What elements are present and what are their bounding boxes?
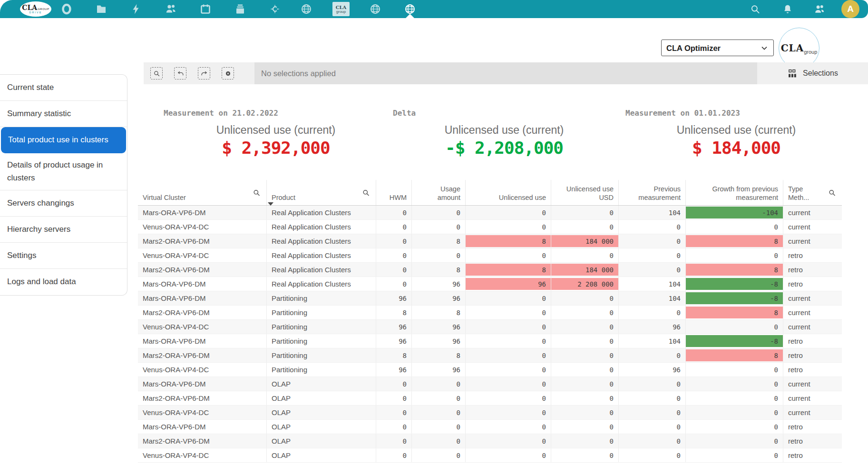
folder-icon[interactable] [96, 3, 107, 15]
cell-prev[interactable]: 0 [619, 348, 686, 362]
compass-icon[interactable] [269, 3, 281, 15]
user-avatar[interactable]: A [841, 0, 859, 18]
cla-group-tile-icon[interactable]: CLAgroup [332, 2, 350, 16]
cell-vc[interactable]: Venus-ORA-VP4-DC [138, 220, 267, 234]
cell-prev[interactable]: 96 [619, 363, 686, 377]
cell-usage[interactable]: 8 [412, 263, 466, 277]
cell-growth[interactable]: -104 [686, 206, 783, 219]
cell-usage[interactable]: 96 [412, 320, 466, 334]
cell-hwm[interactable]: 8 [376, 348, 412, 362]
cell-growth[interactable]: 0 [686, 434, 783, 448]
cell-vc[interactable]: Mars-ORA-VP6-DM [138, 291, 267, 305]
cell-product[interactable]: Real Application Clusters [267, 263, 376, 277]
cell-usage[interactable]: 8 [412, 306, 466, 319]
selection-search-icon[interactable] [150, 67, 163, 79]
cell-product[interactable]: Partitioning [267, 320, 376, 334]
cell-growth[interactable]: 0 [686, 406, 783, 419]
cell-type[interactable]: retro [783, 334, 842, 348]
cell-hwm[interactable]: 8 [376, 306, 412, 319]
cell-prev[interactable]: 104 [619, 206, 686, 219]
sidebar-item[interactable]: Hierarchy servers [0, 217, 127, 243]
cell-unlic[interactable]: 0 [466, 406, 551, 419]
cell-growth[interactable]: 0 [686, 391, 783, 405]
cell-hwm[interactable]: 0 [376, 391, 412, 405]
globe-icon[interactable] [370, 3, 381, 15]
cell-vc[interactable]: Mars2-ORA-VP6-DM [138, 348, 267, 362]
step-forward-icon[interactable] [198, 67, 210, 79]
cell-hwm[interactable]: 0 [376, 448, 412, 462]
cell-prev[interactable]: 0 [619, 220, 686, 234]
column-header-growth[interactable]: Growth from previous measurement [686, 180, 783, 205]
cell-usd[interactable]: 184 000 [551, 263, 619, 277]
kpi-delta[interactable]: Delta Unlicensed use (current) -$ 2,208,… [393, 109, 615, 158]
cell-prev[interactable]: 0 [619, 420, 686, 434]
cell-type[interactable]: retro [783, 248, 842, 262]
cell-growth[interactable]: 0 [686, 220, 783, 234]
selections-button[interactable]: Selections [757, 62, 868, 84]
cell-usage[interactable]: 0 [412, 206, 466, 219]
cell-prev[interactable]: 0 [619, 434, 686, 448]
cell-growth[interactable]: 0 [686, 320, 783, 334]
cell-usage[interactable]: 8 [412, 348, 466, 362]
cell-vc[interactable]: Mars-ORA-VP6-DM [138, 206, 267, 219]
cell-hwm[interactable]: 96 [376, 320, 412, 334]
cell-usd[interactable]: 0 [551, 406, 619, 419]
cell-type[interactable]: current [783, 234, 842, 248]
cell-usage[interactable]: 96 [412, 277, 466, 291]
cell-usd[interactable]: 0 [551, 320, 619, 334]
cell-prev[interactable]: 0 [619, 234, 686, 248]
cell-vc[interactable]: Venus-ORA-VP4-DC [138, 320, 267, 334]
cell-product[interactable]: Real Application Clusters [267, 206, 376, 219]
search-icon[interactable] [750, 4, 761, 15]
cell-product[interactable]: Partitioning [267, 363, 376, 377]
cell-product[interactable]: Partitioning [267, 334, 376, 348]
cell-usage[interactable]: 0 [412, 248, 466, 262]
cell-growth[interactable]: 8 [686, 263, 783, 277]
cell-unlic[interactable]: 96 [466, 277, 551, 291]
cell-type[interactable]: current [783, 291, 842, 305]
cell-usage[interactable]: 0 [412, 391, 466, 405]
sidebar-item[interactable]: Settings [0, 243, 127, 269]
cell-usd[interactable]: 0 [551, 391, 619, 405]
cell-usd[interactable]: 0 [551, 334, 619, 348]
cell-growth[interactable]: 8 [686, 234, 783, 248]
cell-type[interactable]: current [783, 377, 842, 391]
sidebar-item[interactable]: Total product use in clusters [1, 127, 126, 153]
cell-unlic[interactable]: 0 [466, 448, 551, 462]
column-header-type[interactable]: Type Meth... [783, 180, 842, 205]
cell-hwm[interactable]: 96 [376, 334, 412, 348]
kpi-measurement-2022[interactable]: Measurement on 21.02.2022 Unlicensed use… [164, 109, 388, 158]
cell-vc[interactable]: Mars-ORA-VP6-DM [138, 277, 267, 291]
cell-vc[interactable]: Venus-ORA-VP4-DC [138, 448, 267, 462]
column-search-icon[interactable] [253, 188, 261, 197]
kpi-measurement-2023[interactable]: Measurement on 01.01.2023 Unlicensed use… [625, 109, 847, 158]
cell-hwm[interactable]: 0 [376, 220, 412, 234]
cell-unlic[interactable]: 0 [466, 420, 551, 434]
cell-usage[interactable]: 8 [412, 234, 466, 248]
cell-vc[interactable]: Mars-ORA-VP6-DM [138, 377, 267, 391]
cell-type[interactable]: current [783, 391, 842, 405]
cell-usd[interactable]: 2 208 000 [551, 277, 619, 291]
sidebar-item[interactable]: Servers changings [0, 190, 127, 217]
cell-unlic[interactable]: 0 [466, 306, 551, 319]
cell-prev[interactable]: 0 [619, 248, 686, 262]
cell-unlic[interactable]: 0 [466, 220, 551, 234]
globe-icon[interactable] [301, 3, 312, 15]
column-search-icon[interactable] [362, 188, 370, 197]
cell-unlic[interactable]: 0 [466, 363, 551, 377]
cell-hwm[interactable]: 0 [376, 406, 412, 419]
cell-usd[interactable]: 0 [551, 420, 619, 434]
column-header-hwm[interactable]: HWM [376, 180, 412, 205]
cell-growth[interactable]: 0 [686, 248, 783, 262]
cell-type[interactable]: retro [783, 277, 842, 291]
cell-usd[interactable]: 0 [551, 220, 619, 234]
cell-usage[interactable]: 96 [412, 334, 466, 348]
cell-vc[interactable]: Mars-ORA-VP6-DM [138, 420, 267, 434]
cell-hwm[interactable]: 0 [376, 377, 412, 391]
cell-usd[interactable]: 0 [551, 348, 619, 362]
app-selector[interactable]: CLA Optimizer [661, 40, 774, 56]
cell-usd[interactable]: 0 [551, 448, 619, 462]
cell-product[interactable]: Real Application Clusters [267, 248, 376, 262]
cell-product[interactable]: Real Application Clusters [267, 220, 376, 234]
column-header-unlic[interactable]: Unlicensed use [466, 180, 551, 205]
